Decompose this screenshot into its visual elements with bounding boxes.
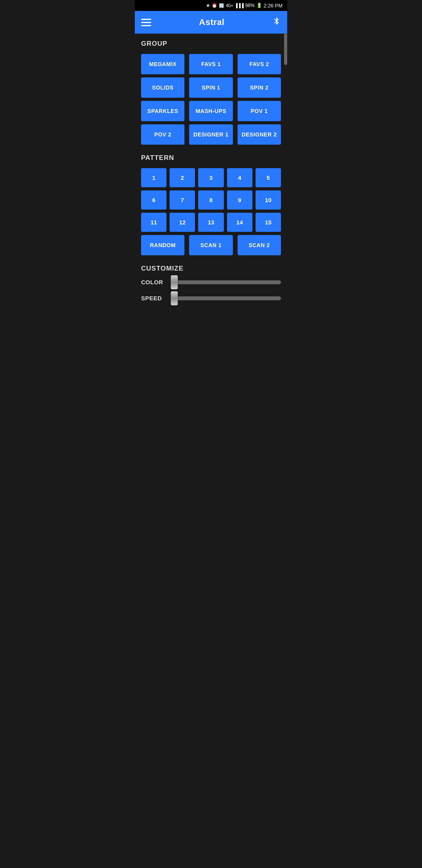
alarm-icon: ⏰	[212, 3, 217, 8]
pattern-btn-11[interactable]: 11	[141, 213, 166, 232]
menu-button[interactable]	[141, 19, 151, 26]
scrollbar-indicator	[284, 34, 287, 65]
group-btn-spin1[interactable]: SPIN 1	[189, 77, 232, 98]
group-btn-designer2[interactable]: DESIGNER 2	[238, 124, 281, 145]
color-slider-thumb[interactable]	[171, 275, 178, 289]
pattern-btn-4[interactable]: 4	[227, 168, 252, 187]
pattern-btn-5[interactable]: 5	[256, 168, 281, 187]
color-slider-track[interactable]	[171, 280, 281, 284]
group-row-2: SOLIDS SPIN 1 SPIN 2	[141, 77, 281, 98]
pattern-btn-6[interactable]: 6	[141, 190, 166, 210]
hamburger-line-2	[141, 22, 151, 23]
pattern-btn-12[interactable]: 12	[170, 213, 195, 232]
speed-slider-label: SPEED	[141, 295, 166, 301]
group-btn-favs2[interactable]: FAVS 2	[238, 54, 281, 74]
group-btn-favs1[interactable]: FAVS 1	[189, 54, 232, 74]
pattern-btn-10[interactable]: 10	[256, 190, 281, 210]
speed-slider-thumb[interactable]	[171, 291, 178, 305]
pattern-row-extra: RANDOM SCAN 1 SCAN 2	[141, 235, 281, 255]
group-row-1: MEGAMIX FAVS 1 FAVS 2	[141, 54, 281, 74]
pattern-btn-15[interactable]: 15	[256, 213, 281, 232]
group-btn-sparkles[interactable]: SPARKLES	[141, 101, 184, 121]
group-section: GROUP MEGAMIX FAVS 1 FAVS 2 SOLIDS SPIN …	[141, 40, 281, 145]
bluetooth-status-icon: ★	[206, 3, 210, 8]
group-row-4: POV 2 DESIGNER 1 DESIGNER 2	[141, 124, 281, 145]
pattern-btn-scan2[interactable]: SCAN 2	[238, 235, 281, 255]
pattern-btn-9[interactable]: 9	[227, 190, 252, 210]
app-bar: Astral	[135, 11, 287, 34]
group-btn-solids[interactable]: SOLIDS	[141, 77, 184, 98]
color-slider-row: COLOR	[141, 279, 281, 285]
status-icons: ★ ⏰ 🔄 4G+ ▐▐▐ 98% 🔋 2:26 PM	[206, 3, 283, 9]
battery-icon: 🔋	[256, 3, 262, 8]
page-wrapper: ★ ⏰ 🔄 4G+ ▐▐▐ 98% 🔋 2:26 PM Astral	[135, 0, 287, 320]
group-btn-designer1[interactable]: DESIGNER 1	[189, 124, 232, 145]
bluetooth-button[interactable]	[272, 17, 281, 28]
group-row-3: SPARKLES MASH-UPS POV 1	[141, 101, 281, 121]
color-slider-label: COLOR	[141, 279, 166, 285]
pattern-section: PATTERN 1 2 3 4 5 6 7 8 9 10 11 12 13 14…	[141, 154, 281, 255]
network-icon: 4G+	[226, 3, 233, 8]
pattern-btn-14[interactable]: 14	[227, 213, 252, 232]
group-btn-megamix[interactable]: MEGAMIX	[141, 54, 184, 74]
pattern-btn-8[interactable]: 8	[198, 190, 224, 210]
hamburger-line-1	[141, 19, 151, 20]
group-btn-pov1[interactable]: POV 1	[238, 101, 281, 121]
pattern-btn-13[interactable]: 13	[198, 213, 224, 232]
customize-label: CUSTOMIZE	[141, 265, 281, 273]
signal-bars-icon: ▐▐▐	[234, 3, 243, 8]
pattern-btn-3[interactable]: 3	[198, 168, 224, 187]
pattern-btn-7[interactable]: 7	[170, 190, 195, 210]
speed-slider-row: SPEED	[141, 295, 281, 301]
status-bar: ★ ⏰ 🔄 4G+ ▐▐▐ 98% 🔋 2:26 PM	[135, 0, 287, 11]
group-label: GROUP	[141, 40, 281, 48]
group-btn-mashups[interactable]: MASH-UPS	[189, 101, 232, 121]
pattern-btn-random[interactable]: RANDOM	[141, 235, 184, 255]
pattern-btn-2[interactable]: 2	[170, 168, 195, 187]
pattern-btn-scan1[interactable]: SCAN 1	[189, 235, 232, 255]
hamburger-line-3	[141, 25, 151, 26]
pattern-btn-1[interactable]: 1	[141, 168, 166, 187]
speed-slider-track[interactable]	[171, 296, 281, 300]
app-title: Astral	[199, 17, 224, 27]
main-content: GROUP MEGAMIX FAVS 1 FAVS 2 SOLIDS SPIN …	[135, 34, 287, 320]
pattern-row-1: 1 2 3 4 5	[141, 168, 281, 187]
group-btn-pov2[interactable]: POV 2	[141, 124, 184, 145]
pattern-row-2: 6 7 8 9 10	[141, 190, 281, 210]
pattern-row-3: 11 12 13 14 15	[141, 213, 281, 232]
battery-label: 98%	[245, 3, 255, 8]
group-btn-spin2[interactable]: SPIN 2	[238, 77, 281, 98]
customize-section: CUSTOMIZE COLOR SPEED	[141, 265, 281, 301]
sync-icon: 🔄	[219, 3, 224, 8]
pattern-label: PATTERN	[141, 154, 281, 162]
time-label: 2:26 PM	[264, 3, 283, 9]
